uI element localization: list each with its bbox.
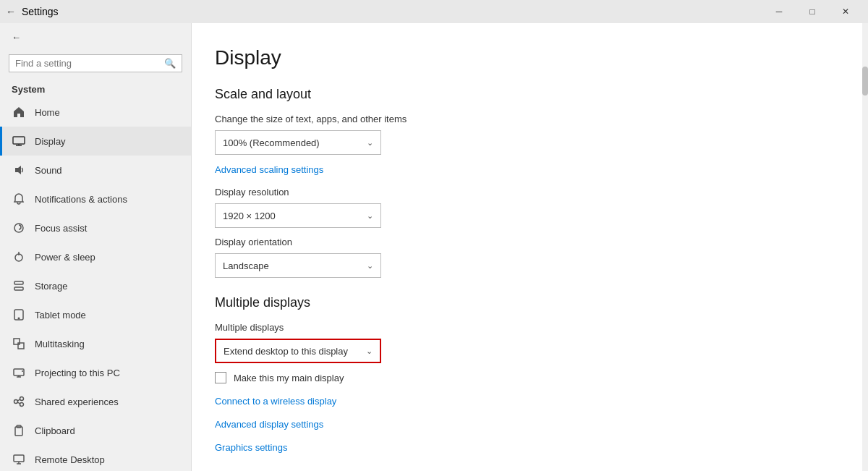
remote-icon	[12, 452, 26, 467]
svg-rect-23	[15, 427, 22, 436]
orientation-dropdown-value: Landscape	[223, 260, 269, 271]
notifications-icon	[12, 192, 26, 206]
resolution-chevron-icon: ⌄	[367, 211, 373, 221]
home-icon	[12, 105, 26, 119]
svg-rect-13	[18, 343, 24, 349]
shared-icon	[12, 394, 26, 409]
sidebar-item-label-sound: Sound	[35, 165, 62, 176]
svg-point-20	[20, 403, 24, 407]
scaling-dropdown[interactable]: 100% (Recommended) ⌄	[215, 130, 381, 155]
sidebar-item-label-notifications: Notifications & actions	[35, 194, 127, 205]
advanced-display-link[interactable]: Advanced display settings	[215, 419, 323, 430]
sidebar-item-shared[interactable]: Shared experiences	[0, 387, 191, 416]
svg-line-22	[18, 402, 20, 404]
orientation-label: Display orientation	[215, 237, 833, 247]
minimize-button[interactable]: ─	[762, 0, 796, 23]
svg-rect-8	[14, 287, 23, 290]
sidebar-item-label-clipboard: Clipboard	[35, 425, 75, 436]
svg-point-18	[14, 400, 18, 404]
svg-rect-25	[14, 455, 24, 462]
sidebar-item-tablet[interactable]: Tablet mode	[0, 300, 191, 329]
sidebar-item-label-tablet: Tablet mode	[35, 310, 86, 321]
sidebar-item-multitasking[interactable]: Multitasking	[0, 329, 191, 358]
sidebar-item-label-focus: Focus assist	[35, 223, 87, 234]
multiple-displays-dropdown-value: Extend desktop to this display	[224, 346, 348, 357]
graphics-settings-link[interactable]: Graphics settings	[215, 442, 287, 453]
sidebar-item-home[interactable]: Home	[0, 98, 191, 127]
title-bar: ← Settings ─ □ ✕	[0, 0, 868, 23]
multiple-displays-chevron-icon: ⌄	[366, 347, 373, 356]
sidebar-item-label-display: Display	[35, 136, 66, 147]
close-button[interactable]: ✕	[829, 0, 862, 23]
svg-line-21	[18, 399, 20, 401]
resolution-label: Display resolution	[215, 187, 833, 198]
display-icon	[12, 134, 26, 148]
sidebar-back-button[interactable]: ←	[0, 23, 191, 51]
scale-section-title: Scale and layout	[215, 87, 833, 102]
back-icon[interactable]: ←	[6, 6, 16, 17]
projecting-icon	[12, 365, 26, 380]
scaling-dropdown-value: 100% (Recommended)	[223, 137, 320, 148]
svg-rect-14	[14, 369, 24, 375]
sidebar-item-notifications[interactable]: Notifications & actions	[0, 184, 191, 213]
sidebar: ← 🔍 System Home Display Sound	[0, 23, 192, 471]
sidebar-item-label-power: Power & sleep	[35, 252, 95, 263]
multiple-displays-dropdown-wrapper: Extend desktop to this display ⌄	[215, 339, 833, 363]
orientation-dropdown-wrapper: Landscape ⌄	[215, 253, 833, 278]
sidebar-search-container[interactable]: 🔍	[9, 54, 182, 72]
resolution-dropdown-value: 1920 × 1200	[223, 211, 276, 221]
sidebar-item-label-multitasking: Multitasking	[35, 339, 85, 349]
power-icon	[12, 250, 26, 264]
svg-rect-7	[14, 281, 23, 284]
orientation-dropdown[interactable]: Landscape ⌄	[215, 253, 381, 278]
sidebar-item-label-projecting: Projecting to this PC	[35, 368, 120, 378]
main-display-checkbox-label: Make this my main display	[234, 373, 344, 383]
svg-point-11	[18, 318, 20, 319]
sound-icon	[12, 163, 26, 177]
sidebar-item-label-shared: Shared experiences	[35, 396, 119, 407]
focus-icon	[12, 221, 26, 235]
sidebar-item-focus[interactable]: Focus assist	[0, 213, 191, 242]
title-bar-title: Settings	[22, 6, 59, 17]
sidebar-item-label-home: Home	[35, 107, 60, 118]
scaling-dropdown-wrapper: 100% (Recommended) ⌄	[215, 130, 833, 155]
sidebar-item-power[interactable]: Power & sleep	[0, 242, 191, 271]
multiple-displays-section-title: Multiple displays	[215, 295, 833, 310]
advanced-scaling-link[interactable]: Advanced scaling settings	[215, 164, 323, 175]
svg-point-19	[20, 397, 24, 401]
scrollbar-track[interactable]	[862, 23, 868, 471]
main-display-checkbox-row: Make this my main display	[215, 372, 833, 383]
sidebar-item-projecting[interactable]: Projecting to this PC	[0, 358, 191, 387]
sidebar-item-sound[interactable]: Sound	[0, 156, 191, 184]
page-title: Display	[215, 46, 833, 69]
scaling-chevron-icon: ⌄	[367, 138, 373, 148]
multitasking-icon	[12, 336, 26, 351]
sidebar-item-label-remote: Remote Desktop	[35, 454, 105, 465]
title-bar-controls: ─ □ ✕	[762, 0, 862, 23]
orientation-chevron-icon: ⌄	[367, 261, 373, 271]
back-arrow-icon: ←	[12, 32, 21, 43]
svg-marker-3	[15, 166, 21, 174]
sidebar-item-remote[interactable]: Remote Desktop	[0, 445, 191, 471]
sidebar-item-storage[interactable]: Storage	[0, 271, 191, 300]
scrollbar-thumb[interactable]	[862, 67, 868, 96]
svg-point-17	[22, 370, 23, 372]
main-content: Display Scale and layout Change the size…	[192, 23, 868, 471]
svg-rect-12	[14, 339, 20, 344]
sidebar-item-clipboard[interactable]: Clipboard	[0, 416, 191, 445]
resolution-dropdown[interactable]: 1920 × 1200 ⌄	[215, 203, 381, 228]
svg-rect-0	[13, 137, 25, 144]
connect-wireless-link[interactable]: Connect to a wireless display	[215, 396, 336, 407]
maximize-button[interactable]: □	[796, 0, 829, 23]
search-icon: 🔍	[164, 58, 176, 69]
app-body: ← 🔍 System Home Display Sound	[0, 23, 868, 471]
storage-icon	[12, 279, 26, 293]
sidebar-item-display[interactable]: Display	[0, 127, 191, 156]
tablet-icon	[12, 307, 26, 322]
resolution-dropdown-wrapper: 1920 × 1200 ⌄	[215, 203, 833, 228]
multiple-displays-dropdown[interactable]: Extend desktop to this display ⌄	[215, 339, 381, 363]
search-input[interactable]	[15, 58, 164, 69]
scaling-label: Change the size of text, apps, and other…	[215, 114, 833, 124]
main-display-checkbox[interactable]	[215, 372, 226, 383]
title-bar-left: ← Settings	[6, 6, 59, 17]
